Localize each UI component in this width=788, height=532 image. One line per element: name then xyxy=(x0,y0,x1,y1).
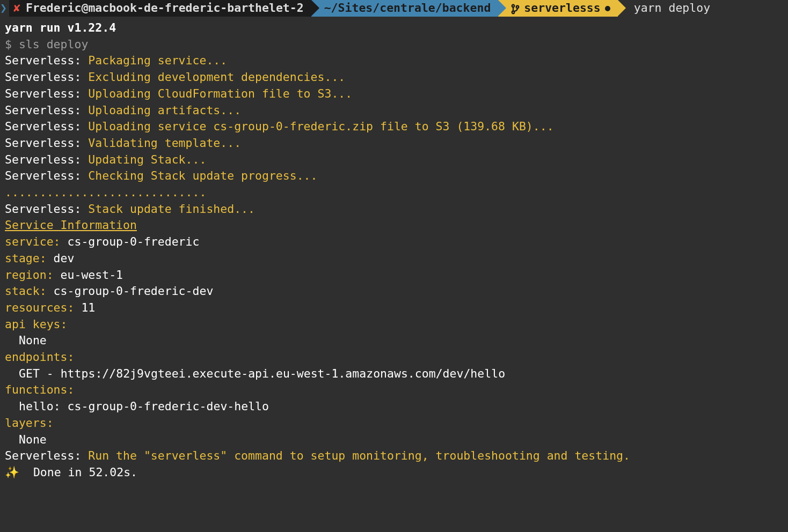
shell-prompt: ❯ ✘ Frederic@macbook-de-frederic-barthel… xyxy=(0,0,788,17)
info-key: stack: xyxy=(5,284,47,298)
git-branch-icon xyxy=(511,4,520,14)
prompt-command[interactable]: yarn deploy xyxy=(618,0,718,17)
sls-label: Serverless: xyxy=(5,136,88,150)
yarn-run-line: yarn run v1.22.4 xyxy=(5,20,783,36)
sls-step-line: Serverless: Updating Stack... xyxy=(5,152,783,168)
done-text: Done in 52.02s. xyxy=(19,466,137,479)
info-functions-key: functions: xyxy=(5,382,783,398)
sls-step-line: Serverless: Checking Stack update progre… xyxy=(5,168,783,184)
prompt-user-host: Frederic@macbook-de-frederic-barthelet-2 xyxy=(26,0,304,17)
sls-label: Serverless: xyxy=(5,87,88,100)
sls-hint-line: Serverless: Run the "serverless" command… xyxy=(5,448,783,464)
prompt-segment-cwd: ~/Sites/centrale/backend xyxy=(311,0,499,17)
sparkle-icon: ✨ xyxy=(5,466,19,479)
sls-step-line: Serverless: Stack update finished... xyxy=(5,201,783,218)
info-val: 11 xyxy=(74,301,95,314)
sls-step-text: Updating Stack... xyxy=(88,153,206,166)
sls-label: Serverless: xyxy=(5,449,88,462)
info-key: resources: xyxy=(5,301,74,314)
info-val: cs-group-0-frederic xyxy=(61,235,200,248)
sls-step-line: Serverless: Packaging service... xyxy=(5,53,783,69)
sls-label: Serverless: xyxy=(5,54,88,67)
sls-step-text: Uploading service cs-group-0-frederic.zi… xyxy=(88,120,553,133)
info-key: stage: xyxy=(5,252,47,265)
info-layers-val: None xyxy=(5,432,783,448)
sls-step-text: Uploading CloudFormation file to S3... xyxy=(88,87,352,100)
sls-step-line: Serverless: Uploading CloudFormation fil… xyxy=(5,86,783,102)
info-resources: resources: 11 xyxy=(5,300,783,316)
sls-step-text: Checking Stack update progress... xyxy=(88,169,317,182)
svg-point-2 xyxy=(516,5,519,8)
prompt-segment-host: ✘ Frederic@macbook-de-frederic-barthelet… xyxy=(9,0,311,17)
service-info-heading: Service Information xyxy=(5,218,137,232)
info-stage: stage: dev xyxy=(5,250,783,267)
info-val: eu-west-1 xyxy=(54,268,123,282)
info-apikeys-key: api keys: xyxy=(5,316,783,333)
info-endpoints-val: GET - https://82j9vgteei.execute-api.eu-… xyxy=(5,366,783,382)
info-service: service: cs-group-0-frederic xyxy=(5,234,783,250)
sls-cmd-line: $ sls deploy xyxy=(5,36,783,53)
info-functions-val: hello: cs-group-0-frederic-dev-hello xyxy=(5,398,783,415)
close-icon: ✘ xyxy=(13,0,20,17)
prompt-command-text: yarn deploy xyxy=(634,0,710,17)
info-key: service: xyxy=(5,235,61,248)
info-apikeys-val: None xyxy=(5,332,783,349)
svg-point-1 xyxy=(512,11,514,13)
sls-label: Serverless: xyxy=(5,104,88,117)
sls-hint-text: Run the "serverless" command to setup mo… xyxy=(88,449,630,462)
sls-label: Serverless: xyxy=(5,120,88,133)
sls-step-text: Uploading artifacts... xyxy=(88,104,241,117)
git-dirty-dot-icon xyxy=(605,6,610,11)
prompt-branch: serverlesss xyxy=(524,0,600,17)
prompt-chevron-icon: ❯ xyxy=(0,0,7,17)
sls-step-text: Packaging service... xyxy=(88,54,227,67)
sls-step-line: Serverless: Validating template... xyxy=(5,135,783,152)
done-line: ✨ Done in 52.02s. xyxy=(5,464,783,481)
sls-label: Serverless: xyxy=(5,153,88,166)
svg-point-0 xyxy=(512,4,514,6)
info-layers-key: layers: xyxy=(5,415,783,432)
info-val: dev xyxy=(47,252,75,265)
sls-step-text: Validating template... xyxy=(88,136,241,150)
info-val: cs-group-0-frederic-dev xyxy=(47,284,214,298)
sls-step-text: Excluding development dependencies... xyxy=(88,70,345,84)
prompt-segment-branch: serverlesss xyxy=(498,0,617,17)
info-region: region: eu-west-1 xyxy=(5,267,783,284)
sls-step-line: Serverless: Uploading service cs-group-0… xyxy=(5,119,783,135)
sls-step-line: Serverless: Excluding development depend… xyxy=(5,69,783,86)
sls-step-line: Serverless: Uploading artifacts... xyxy=(5,102,783,119)
prompt-cwd: ~/Sites/centrale/backend xyxy=(324,0,491,17)
info-stack: stack: cs-group-0-frederic-dev xyxy=(5,283,783,300)
progress-dots: ............................. xyxy=(5,184,783,201)
sls-label: Serverless: xyxy=(5,70,88,84)
sls-step-text: Stack update finished... xyxy=(88,202,255,216)
terminal-output[interactable]: yarn run v1.22.4 $ sls deploy Serverless… xyxy=(0,17,788,481)
sls-label: Serverless: xyxy=(5,202,88,216)
info-endpoints-key: endpoints: xyxy=(5,349,783,366)
sls-label: Serverless: xyxy=(5,169,88,182)
info-key: region: xyxy=(5,268,54,282)
